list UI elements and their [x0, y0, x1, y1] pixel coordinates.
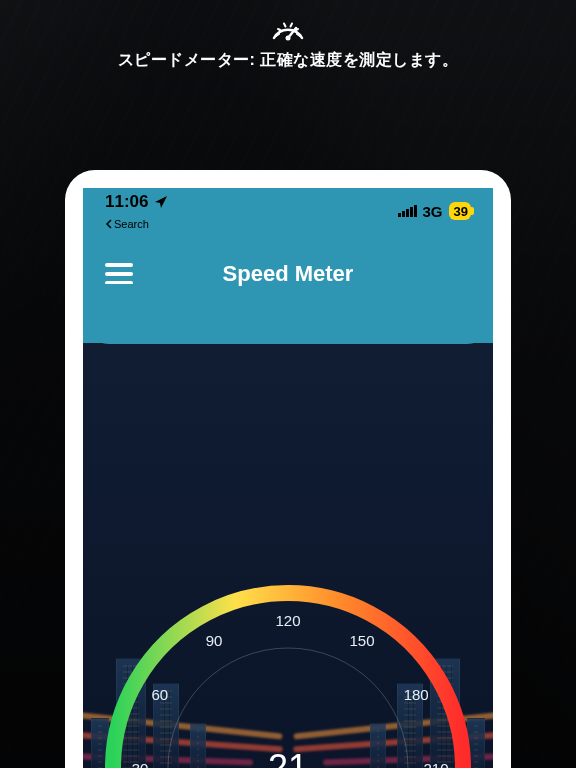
gauge-arc-icon	[83, 558, 493, 768]
battery-indicator: 39	[449, 202, 471, 220]
speedometer-gauge: 21 0306090120150180210240	[83, 558, 493, 768]
gauge-tick-120: 120	[275, 612, 300, 629]
chevron-left-icon	[105, 219, 112, 229]
back-to-search[interactable]: Search	[105, 218, 149, 230]
network-type: 3G	[423, 203, 443, 220]
menu-button[interactable]	[105, 263, 133, 285]
signal-icon	[398, 205, 417, 217]
app-bar: Speed Meter	[83, 234, 493, 314]
gauge-tick-180: 180	[404, 686, 429, 703]
back-label: Search	[114, 218, 149, 230]
speed-value: 21	[268, 747, 308, 768]
svg-line-2	[284, 24, 286, 27]
promo-text: スピードメーター: 正確な速度を測定します。	[0, 50, 576, 71]
location-icon	[154, 195, 168, 209]
gauge-tick-150: 150	[349, 631, 374, 648]
svg-line-3	[291, 24, 293, 27]
gauge-tick-90: 90	[206, 631, 223, 648]
status-bar: 11:06 Search 3G 39	[83, 188, 493, 234]
tablet-frame: 11:06 Search 3G 39	[65, 170, 511, 768]
gauge-tick-30: 30	[132, 760, 149, 769]
svg-line-1	[278, 29, 281, 31]
gauge-tick-60: 60	[151, 686, 168, 703]
svg-point-7	[286, 36, 291, 41]
gauge-area: 21 0306090120150180210240	[83, 558, 493, 768]
status-time: 11:06	[105, 192, 148, 212]
promo-header: スピードメーター: 正確な速度を測定します。	[0, 14, 576, 71]
speedometer-icon	[268, 14, 308, 42]
gauge-tick-210: 210	[423, 760, 448, 769]
battery-level: 39	[454, 204, 468, 219]
app-screen: 11:06 Search 3G 39	[83, 188, 493, 768]
gauge-center: 21	[268, 747, 308, 768]
